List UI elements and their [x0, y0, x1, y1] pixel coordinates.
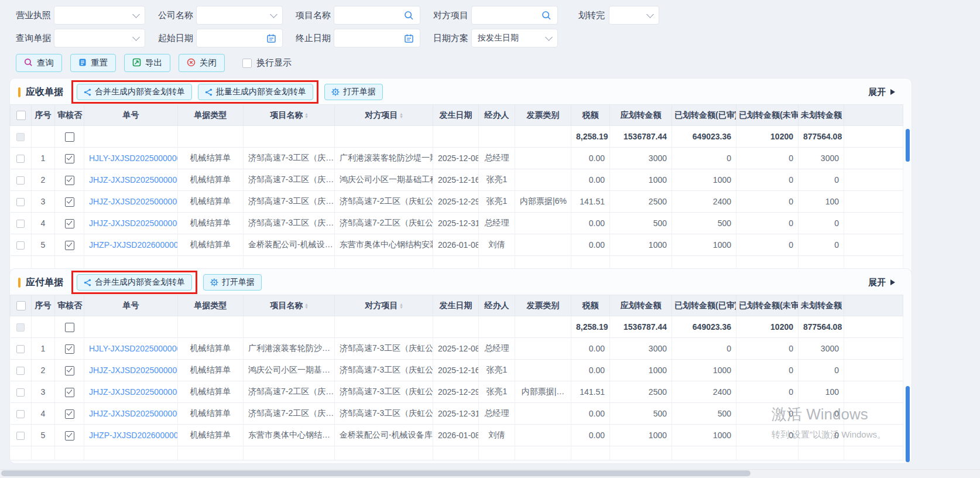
vertical-scrollbar-thumb[interactable] — [906, 129, 910, 162]
row-checkbox[interactable] — [16, 198, 25, 206]
chevron-down-icon — [647, 12, 653, 19]
document-number-link[interactable]: JHJZ-JXJSD20250000005 — [89, 218, 178, 228]
document-number-link[interactable]: JHJZ-JXJSD20250000003 — [89, 366, 178, 375]
audit-checkbox[interactable] — [65, 154, 74, 163]
document-number-link[interactable]: JHJZ-JXJSD20250000004 — [89, 197, 178, 206]
expand-label: 展开 — [868, 277, 886, 288]
summary-cell: 877564.08 — [799, 316, 844, 338]
sort-icon[interactable]: ▴▾ — [305, 303, 307, 309]
button-label: 打开单据 — [343, 87, 376, 97]
vertical-scrollbar-thumb[interactable] — [906, 386, 910, 462]
wrap-checkbox[interactable] — [242, 59, 252, 68]
table-row: 1HJLY-JXJSD20250000001机械结算单济邹高速7-3工区（庆…广… — [11, 148, 903, 169]
audit-checkbox[interactable] — [65, 388, 74, 397]
cell-date: 2025-12-31 — [433, 403, 479, 425]
filter-select[interactable] — [54, 6, 145, 25]
column-header[interactable]: 项目名称▴▾ — [244, 295, 335, 316]
query-button[interactable]: 查询 — [16, 54, 62, 72]
filter-select[interactable] — [196, 6, 283, 25]
merge-transfer-button[interactable]: 合并生成内部资金划转单 — [77, 84, 192, 100]
row-checkbox[interactable] — [16, 241, 25, 250]
cell-filler — [844, 234, 903, 256]
row-checkbox[interactable] — [16, 345, 25, 353]
column-header[interactable]: 对方项目▴▾ — [335, 105, 433, 126]
open-document-button[interactable]: 打开单据 — [324, 84, 383, 100]
table-row: 5JHZP-JXJSD20260000001机械结算单东营市奥体中心钢结…金桥装… — [11, 425, 903, 446]
filter-select[interactable]: 按发生日期 — [471, 29, 558, 47]
empty-cell — [178, 256, 244, 270]
cell-sel — [11, 234, 32, 256]
cell-sel — [11, 148, 32, 169]
audit-checkbox[interactable] — [65, 431, 74, 441]
select-all-header[interactable] — [11, 105, 32, 126]
open-document-button[interactable]: 打开单据 — [203, 274, 262, 291]
cell-tax: 141.51 — [571, 191, 610, 213]
audit-checkbox[interactable] — [65, 241, 74, 250]
empty-cell — [433, 446, 479, 460]
cell-date: 2025-12-16 — [433, 169, 479, 191]
filter-search-input[interactable] — [334, 6, 420, 25]
table-row: 3JHJZ-JXJSD20250000004机械结算单济邹高速7-3工区（庆…济… — [11, 191, 903, 213]
row-checkbox[interactable] — [16, 176, 25, 185]
summary-cell — [55, 316, 84, 338]
cell-audit — [55, 213, 84, 234]
row-checkbox[interactable] — [16, 220, 25, 228]
document-number-link[interactable]: JHJZ-JXJSD20250000004 — [89, 387, 178, 397]
row-checkbox[interactable] — [16, 155, 25, 163]
filter-search-input[interactable] — [471, 6, 558, 25]
gear-icon — [210, 278, 218, 286]
filter-date-input[interactable] — [334, 29, 420, 47]
filter-select[interactable] — [54, 29, 145, 47]
cell-audit — [55, 425, 84, 446]
row-checkbox[interactable] — [16, 367, 25, 375]
column-header: 序号 — [32, 295, 55, 316]
cell-project: 济邹高速7-2工区（庆… — [244, 381, 335, 403]
expand-toggle[interactable]: 展开 — [868, 87, 903, 98]
audit-checkbox[interactable] — [65, 219, 74, 228]
sort-icon[interactable]: ▴▾ — [305, 112, 307, 118]
cell-seq: 5 — [32, 234, 55, 256]
close-button[interactable]: 关闭 — [179, 54, 225, 72]
column-header[interactable]: 对方项目▴▾ — [335, 295, 433, 316]
select-all-checkbox[interactable] — [16, 111, 26, 120]
document-number-link[interactable]: JHZP-JXJSD20260000001 — [89, 240, 178, 250]
empty-cell — [479, 446, 515, 460]
cell-doc_no: JHJZ-JXJSD20250000003 — [84, 360, 178, 381]
horizontal-scrollbar-thumb[interactable] — [1, 470, 751, 476]
section-marker — [18, 87, 20, 97]
row-checkbox[interactable] — [16, 432, 25, 440]
horizontal-scrollbar[interactable] — [0, 469, 980, 477]
select-all-checkbox[interactable] — [16, 301, 26, 310]
expand-toggle[interactable]: 展开 — [868, 277, 903, 288]
audit-checkbox[interactable] — [65, 344, 74, 354]
merge-transfer-button[interactable]: 合并生成内部资金划转单 — [77, 274, 192, 291]
document-number-link[interactable]: JHZP-JXJSD20260000001 — [89, 431, 178, 440]
row-checkbox[interactable] — [16, 388, 25, 397]
export-button[interactable]: 导出 — [124, 54, 170, 72]
document-number-link[interactable]: HJLY-JXJSD20250000001 — [89, 153, 178, 163]
audit-checkbox[interactable] — [65, 366, 74, 375]
sort-icon[interactable]: ▴▾ — [400, 112, 402, 118]
audit-checkbox[interactable] — [65, 409, 74, 419]
merge-transfer-button[interactable]: 批量生成内部资金划转单 — [198, 84, 313, 100]
cell-handler: 张亮1 — [479, 381, 515, 403]
empty-cell — [244, 446, 335, 460]
reset-button[interactable]: 重置 — [70, 54, 116, 72]
sort-icon[interactable]: ▴▾ — [400, 303, 402, 309]
document-number-link[interactable]: JHJZ-JXJSD20250000003 — [89, 175, 178, 185]
audit-checkbox[interactable] — [65, 197, 74, 207]
filter-date-input[interactable] — [196, 29, 283, 47]
cell-date: 2025-12-31 — [433, 213, 479, 234]
cell-seq: 1 — [32, 148, 55, 169]
document-number-link[interactable]: JHJZ-JXJSD20250000005 — [89, 409, 178, 418]
row-checkbox[interactable] — [16, 410, 25, 418]
column-header[interactable]: 项目名称▴▾ — [244, 105, 335, 126]
audit-checkbox[interactable] — [65, 176, 74, 185]
select-all-header[interactable] — [11, 295, 32, 316]
table-row: 2JHJZ-JXJSD20250000003机械结算单鸿庆公司小区一期基…济邹高… — [11, 360, 903, 381]
cell-seq: 2 — [32, 169, 55, 191]
document-number-link[interactable]: HJLY-JXJSD20250000001 — [89, 344, 178, 353]
summary-cell: 649023.36 — [672, 316, 736, 338]
filter-select[interactable] — [609, 6, 659, 25]
summary-cell: 1536787.44 — [610, 126, 672, 148]
